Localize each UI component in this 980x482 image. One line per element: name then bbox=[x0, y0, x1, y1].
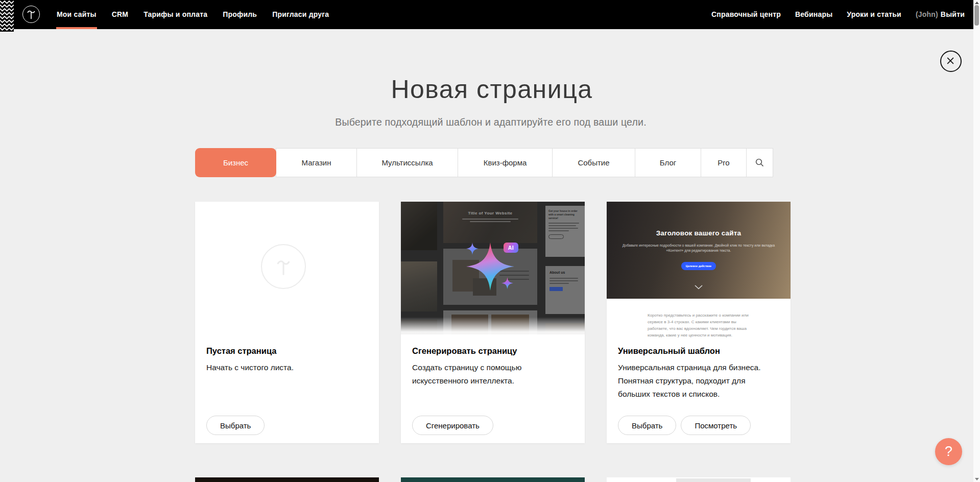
top-nav-bar: Мои сайты CRM Тарифы и оплата Профиль Пр… bbox=[0, 0, 973, 29]
user-name: (John) bbox=[916, 0, 938, 29]
blank-page-preview bbox=[195, 202, 379, 340]
card-blank-page: Пустая страница Начать с чистого листа. … bbox=[195, 202, 379, 443]
select-blank-button[interactable]: Выбрать bbox=[206, 416, 265, 435]
zigzag-pattern-icon bbox=[0, 0, 14, 32]
template-body: Коротко представьтесь и расскажите о ком… bbox=[607, 299, 791, 340]
view-template-button[interactable]: Посмотреть bbox=[681, 416, 751, 435]
nav-help-center[interactable]: Справочный центр bbox=[711, 0, 781, 29]
card-preview-partial[interactable] bbox=[607, 477, 791, 482]
secondary-nav: Справочный центр Вебинары Уроки и статьи… bbox=[711, 0, 965, 29]
page-subtitle: Выберите подходящий шаблон и адаптируйте… bbox=[335, 116, 647, 128]
close-button[interactable] bbox=[940, 51, 962, 72]
template-hero-heading: Заголовок вашего сайта bbox=[607, 229, 791, 237]
nav-tariffs[interactable]: Тарифы и оплата bbox=[144, 0, 207, 29]
scroll-up-arrow-icon[interactable] bbox=[975, 2, 979, 4]
nav-invite-friend[interactable]: Пригласи друга bbox=[272, 0, 329, 29]
card-preview-partial[interactable] bbox=[401, 477, 585, 482]
template-category-tabs: Бизнес Магазин Мультиссылка Квиз-форма С… bbox=[195, 148, 773, 177]
main-nav: Мои сайты CRM Тарифы и оплата Профиль Пр… bbox=[57, 0, 329, 29]
nav-lessons[interactable]: Уроки и статьи bbox=[847, 0, 901, 29]
template-mosaic: Title of Your Website Get your house bbox=[401, 202, 585, 334]
template-preview: Заголовок вашего сайта Добавьте интересн… bbox=[607, 202, 791, 340]
card-ai-generate: Title of Your Website Get your house bbox=[401, 202, 585, 443]
tab-multilink[interactable]: Мультиссылка bbox=[356, 148, 458, 177]
tab-pro[interactable]: Pro bbox=[701, 148, 747, 177]
search-icon bbox=[755, 158, 764, 167]
tab-event[interactable]: Событие bbox=[552, 148, 635, 177]
logout-link[interactable]: Выйти bbox=[941, 0, 965, 29]
nav-crm[interactable]: CRM bbox=[112, 0, 128, 29]
template-hero-subtext: Добавьте интересные подробности о вашей … bbox=[622, 243, 775, 253]
page-title: Новая страница bbox=[391, 75, 592, 104]
tab-quiz-form[interactable]: Квиз-форма bbox=[458, 148, 553, 177]
card-description: Создать страницу с помощью искусственног… bbox=[412, 361, 532, 388]
close-icon bbox=[941, 51, 961, 72]
card-title: Сгенерировать страницу bbox=[412, 346, 517, 356]
scrollbar-thumb[interactable] bbox=[974, 5, 979, 26]
tab-business[interactable]: Бизнес bbox=[195, 148, 276, 177]
scrollbar[interactable] bbox=[973, 0, 980, 482]
ai-preview: Title of Your Website Get your house bbox=[401, 202, 585, 340]
card-description: Универсальная страница для бизнеса. Поня… bbox=[618, 361, 776, 401]
tilda-watermark-icon bbox=[261, 244, 306, 289]
tab-store[interactable]: Магазин bbox=[276, 148, 357, 177]
nav-webinars[interactable]: Вебинары bbox=[795, 0, 832, 29]
card-title: Пустая страница bbox=[206, 346, 276, 356]
scroll-down-arrow-icon[interactable] bbox=[975, 478, 979, 480]
tilda-logo-icon[interactable] bbox=[22, 6, 40, 23]
card-description: Начать с чистого листа. bbox=[206, 361, 365, 374]
chevron-down-icon bbox=[695, 282, 703, 292]
generate-button[interactable]: Сгенерировать bbox=[412, 416, 493, 435]
card-preview-partial[interactable] bbox=[195, 477, 379, 482]
template-body-text: Коротко представьтесь и расскажите о ком… bbox=[648, 312, 749, 339]
template-hero: Заголовок вашего сайта Добавьте интересн… bbox=[607, 202, 791, 299]
template-cta-button: Целевое действие bbox=[681, 262, 716, 270]
nav-profile[interactable]: Профиль bbox=[223, 0, 257, 29]
card-title: Универсальный шаблон bbox=[618, 346, 720, 356]
ai-badge: AI bbox=[504, 243, 518, 253]
tab-blog[interactable]: Блог bbox=[635, 148, 701, 177]
help-button[interactable]: ? bbox=[935, 438, 962, 465]
user-menu: (John) Выйти bbox=[916, 0, 965, 29]
card-universal-template: Заголовок вашего сайта Добавьте интересн… bbox=[607, 202, 791, 443]
select-template-button[interactable]: Выбрать bbox=[618, 416, 676, 435]
tilda-new-page-screen: Мои сайты CRM Тарифы и оплата Профиль Пр… bbox=[0, 0, 980, 482]
tab-search[interactable] bbox=[746, 148, 773, 177]
nav-my-sites[interactable]: Мои сайты bbox=[57, 0, 97, 29]
